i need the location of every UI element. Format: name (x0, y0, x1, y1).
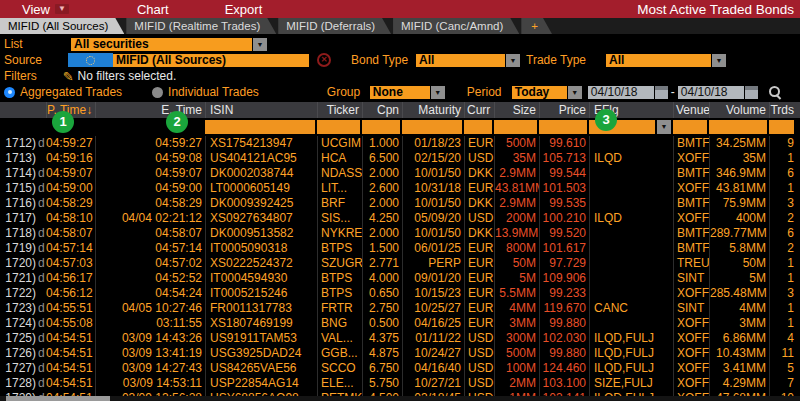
col-header-isin[interactable]: ISIN (205, 102, 317, 118)
col-label: Curr (467, 103, 490, 117)
col-header-venue[interactable]: Venue (673, 102, 709, 118)
table-row[interactable]: 1722) 04:56:12 04:54:24 IT0005215246 BTP… (0, 286, 800, 301)
cell-price: 99.880 (539, 346, 589, 361)
table-row[interactable]: 1714) d 04:59:07 04:59:07 DK0002038744 N… (0, 166, 800, 181)
cell-maturity: 09/01/20 (402, 271, 464, 286)
edit-pencil-icon[interactable]: ✎ (63, 69, 74, 84)
filter-input-curr[interactable] (464, 120, 492, 134)
col-header-trds[interactable]: Trds (769, 102, 797, 118)
cell-maturity: 04/16/25 (402, 316, 464, 331)
cell-size: 2.9MM (494, 166, 539, 181)
cell-trds: 1 (769, 151, 797, 166)
eflg-filter-dropdown-icon[interactable]: ▼ (657, 120, 671, 134)
tab-label: + (531, 20, 538, 32)
filter-input-trds[interactable] (769, 120, 794, 134)
search-magnifier-icon[interactable] (768, 85, 783, 100)
individual-trades-radio[interactable] (152, 87, 163, 98)
menu-view[interactable]: View ▼ (8, 0, 83, 18)
filter-input-price[interactable] (539, 120, 587, 134)
date-from-field[interactable]: 04/10/18 (588, 86, 654, 99)
date-to-field[interactable]: 04/10/18 (678, 86, 744, 99)
cell-maturity: 10/25/27 (402, 301, 464, 316)
clear-source-icon[interactable]: ✕ (317, 53, 331, 67)
filter-input-ticker[interactable] (317, 120, 360, 134)
cell-ptime: 04:54:51 (46, 331, 95, 346)
menu-chart[interactable]: Chart (123, 0, 183, 18)
source-label: Source (0, 53, 68, 67)
table-row[interactable]: 1715) d 04:59:00 04:59:00 LT0000605149 L… (0, 181, 800, 196)
col-header-price[interactable]: Price (539, 102, 589, 118)
menu-export[interactable]: Export (211, 0, 277, 18)
cell-price: 119.670 (539, 301, 589, 316)
list-select[interactable]: All securities (71, 38, 252, 51)
table-row[interactable]: 1712) d 04:59:27 04:59:27 XS1754213947 U… (0, 136, 800, 151)
cell-ticker: FRTR (317, 301, 362, 316)
filter-input-cpn[interactable] (362, 120, 400, 134)
col-header-etime[interactable]: E. Time (95, 102, 205, 118)
filter-input-volume[interactable] (709, 120, 767, 134)
table-row[interactable]: 1713) 04:59:16 04:59:08 US404121AC95 HCA… (0, 151, 800, 166)
horizontal-scrollbar-thumb[interactable] (6, 396, 110, 401)
aggregated-trades-label: Aggregated Trades (20, 85, 122, 99)
cell-ticker: BTPS (317, 241, 362, 256)
cell-deferred-flag (36, 286, 46, 301)
cell-trds: 11 (769, 346, 797, 361)
table-row[interactable]: 1724) d 04:55:08 03:11:55 XS1807469199 B… (0, 316, 800, 331)
horizontal-scrollbar[interactable] (0, 396, 800, 401)
tab-mifid-realtime-trades[interactable]: MIFID (Realtime Trades) (126, 18, 276, 34)
aggregated-trades-radio[interactable] (4, 87, 15, 98)
cell-eflg (589, 271, 673, 286)
table-row[interactable]: 1717) 04:58:10 04/04 02:21:12 XS09276348… (0, 211, 800, 226)
group-dropdown-icon[interactable]: ▼ (431, 86, 445, 99)
calendar-icon[interactable] (745, 86, 758, 99)
col-header-cpn[interactable]: Cpn (362, 102, 402, 118)
table-row[interactable]: 1728) d 04:54:51 03/09 14:53:11 USP22854… (0, 376, 800, 391)
table-row[interactable]: 1720) d 04:57:03 04:57:02 XS0222524372 S… (0, 256, 800, 271)
cell-trds: 3 (769, 286, 797, 301)
trade-type-dropdown-icon[interactable]: ▼ (712, 54, 726, 67)
tab-mifid-canc-amnd[interactable]: MIFID (Canc/Amnd) (393, 18, 519, 34)
cell-trds: 6 (769, 166, 797, 181)
cell-cpn: 6.500 (362, 151, 402, 166)
cell-volume: 285.48MM (709, 286, 769, 301)
period-dropdown-icon[interactable]: ▼ (568, 86, 582, 99)
table-row[interactable]: 1721) d 04:56:17 04:52:52 IT0004594930 B… (0, 271, 800, 286)
bond-type-select[interactable]: All (416, 54, 505, 67)
col-header-ticker[interactable]: Ticker (317, 102, 362, 118)
cell-size: 800M (494, 241, 539, 256)
table-row[interactable]: 1727) d 04:54:51 03/09 14:27:43 US84265V… (0, 361, 800, 376)
filter-input-maturity[interactable] (402, 120, 462, 134)
filter-input-isin[interactable] (205, 120, 315, 134)
tab-add[interactable]: + (521, 18, 552, 34)
bond-type-dropdown-icon[interactable]: ▼ (506, 54, 520, 67)
col-label: Venue (676, 103, 709, 117)
col-header-curr[interactable]: Curr (464, 102, 494, 118)
cell-curr: EUR (464, 241, 494, 256)
tab-mifid-deferrals[interactable]: MIFID (Deferrals) (278, 18, 391, 34)
group-select[interactable]: None (370, 86, 430, 99)
cell-deferred-flag: d (36, 316, 46, 331)
source-scope-icon[interactable] (68, 53, 113, 67)
table-row[interactable]: 1718) d 04:58:07 04:58:07 DK0009513582 N… (0, 226, 800, 241)
col-header-maturity[interactable]: Maturity (402, 102, 464, 118)
col-header-size[interactable]: Size (494, 102, 539, 118)
table-row[interactable]: 1726) d 04:54:51 03/09 13:41:19 USG3925D… (0, 346, 800, 361)
cell-eflg: ILQD,FULJ (589, 331, 673, 346)
calendar-icon[interactable] (655, 86, 668, 99)
col-label: Trds (770, 103, 794, 117)
filter-input-size[interactable] (494, 120, 537, 134)
cell-price: 100.210 (539, 211, 589, 226)
menu-bar: View ▼ Chart Export Most Active Traded B… (0, 0, 800, 18)
source-field[interactable]: MIFID (All Sources) (113, 54, 309, 67)
table-row[interactable]: 1716) d 04:58:29 04:58:29 DK0009392425 B… (0, 196, 800, 211)
table-row[interactable]: 1723) d 04:55:51 04/05 10:27:46 FR001131… (0, 301, 800, 316)
cell-row-number: 1722) (0, 286, 36, 301)
tab-mifid-all-sources[interactable]: MIFID (All Sources) (0, 18, 124, 34)
table-row[interactable]: 1725) d 04:54:51 03/09 14:43:26 US91911T… (0, 331, 800, 346)
list-dropdown-icon[interactable]: ▼ (253, 38, 267, 51)
trade-type-select[interactable]: All (606, 54, 711, 67)
period-select[interactable]: Today (512, 86, 567, 99)
filter-input-venue[interactable] (673, 120, 707, 134)
table-row[interactable]: 1719) d 04:57:14 04:57:14 IT0005090318 B… (0, 241, 800, 256)
col-header-volume[interactable]: Volume (709, 102, 769, 118)
